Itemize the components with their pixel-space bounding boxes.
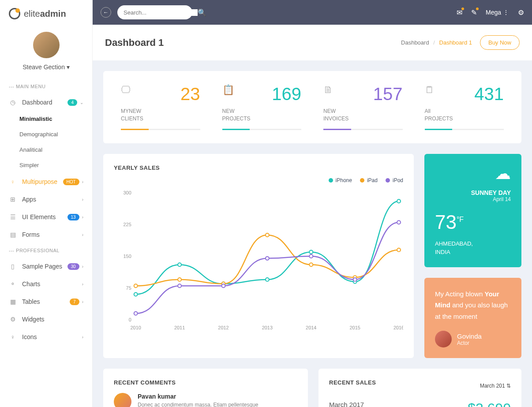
avatar: [114, 393, 131, 407]
chevron-right-icon: ›: [82, 179, 83, 184]
edit-icon[interactable]: ✎: [471, 8, 477, 17]
svg-point-31: [353, 278, 357, 281]
chevron-right-icon: ›: [82, 197, 83, 202]
user-profile[interactable]: Steave Gection ▾: [0, 27, 92, 79]
progress-bar: [323, 129, 403, 130]
chevron-right-icon: ›: [82, 232, 83, 237]
stat-clients: 🖵23 MYNEWCLIENTS: [112, 84, 209, 130]
chevron-right-icon: ›: [82, 299, 83, 304]
search-icon[interactable]: 🔍: [198, 8, 206, 17]
svg-point-32: [397, 220, 401, 224]
gauge-icon: ◷: [9, 99, 17, 106]
svg-text:150: 150: [124, 254, 131, 259]
file-icon: ▯: [9, 263, 17, 270]
chevron-right-icon: ›: [82, 335, 83, 340]
table-icon: ▦: [9, 298, 17, 305]
avatar: [435, 331, 452, 347]
weather-card: ☁ SUNNEY DAY April 14 73°F AHMEDABAD,IND…: [424, 154, 521, 267]
svg-point-29: [266, 256, 269, 260]
svg-point-18: [397, 199, 401, 203]
chart-title: YEARLY SALES: [114, 164, 403, 171]
crumb-root[interactable]: Dashboard: [401, 39, 429, 46]
svg-text:2016: 2016: [393, 325, 403, 330]
svg-point-15: [266, 278, 269, 281]
nav-forms[interactable]: ▤ Forms ›: [0, 226, 92, 243]
svg-text:2015: 2015: [350, 325, 360, 330]
nav-dashboard[interactable]: ◷ Dashboard 4 ⌄: [0, 93, 92, 111]
mail-icon[interactable]: ✉: [457, 8, 462, 17]
sidebar: eliteadmin Steave Gection ▾ MAIN MENU ◷ …: [0, 0, 93, 407]
clipboard-icon: 📋: [222, 84, 234, 96]
svg-text:2014: 2014: [306, 325, 316, 330]
username: Steave Gection ▾: [0, 63, 92, 71]
svg-point-12: [134, 292, 138, 296]
clipboard-icon: 🗒: [425, 84, 435, 96]
chevron-right-icon: ›: [82, 264, 83, 269]
svg-point-27: [178, 284, 181, 288]
topbar: ← 🔍 ✉ ✎ Mega ⋮ ⚙: [93, 0, 532, 25]
badge: 7: [70, 299, 79, 305]
settings-icon[interactable]: ⚙: [518, 8, 524, 17]
sliders-icon: ☰: [9, 213, 17, 220]
bulb-icon: ♀: [9, 178, 17, 185]
sub-simpler[interactable]: Simpler: [0, 157, 92, 173]
notification-dot: [476, 7, 479, 10]
chevron-right-icon: ›: [82, 282, 83, 287]
svg-point-28: [222, 284, 225, 288]
svg-point-23: [309, 263, 313, 266]
nav-tables[interactable]: ▦ Tables 7 ›: [0, 293, 92, 310]
progress-bar: [121, 129, 200, 130]
chevron-down-icon: ⌄: [80, 100, 83, 105]
legend-ipod[interactable]: iPod: [386, 177, 403, 183]
bulb-icon: ♀: [9, 333, 17, 340]
svg-point-30: [309, 254, 313, 258]
sub-demographical[interactable]: Demographical: [0, 127, 92, 142]
sub-analitical[interactable]: Analitical: [0, 142, 92, 157]
yearly-sales-card: YEARLY SALES iPhone iPad iPod 0751502253…: [103, 154, 414, 358]
badge: HOT: [63, 179, 79, 185]
nav-widgets[interactable]: ⚙ Widgets: [0, 310, 92, 328]
logo-text: eliteadmin: [24, 9, 66, 19]
stats-row: 🖵23 MYNEWCLIENTS 📋169 NEWPROJECTS 🗎157 N…: [103, 71, 521, 143]
svg-text:2010: 2010: [131, 325, 141, 330]
svg-text:300: 300: [124, 190, 131, 195]
chevron-right-icon: ›: [82, 215, 83, 220]
progress-bar: [222, 129, 302, 130]
section-main-menu: MAIN MENU: [0, 79, 92, 93]
legend-iphone[interactable]: iPhone: [329, 177, 352, 183]
nav-charts[interactable]: ⚬ Charts ›: [0, 275, 92, 293]
back-button[interactable]: ←: [101, 7, 111, 18]
svg-text:2013: 2013: [262, 325, 273, 330]
stat-new-projects: 📋169 NEWPROJECTS: [214, 84, 311, 130]
svg-point-19: [134, 284, 138, 288]
nav-sample-pages[interactable]: ▯ Sample Pages 30 ›: [0, 258, 92, 275]
nav-apps[interactable]: ⊞ Apps ›: [0, 190, 92, 208]
nav-ui-elements[interactable]: ☰ UI Elements 13 ›: [0, 208, 92, 226]
page-title: Dashboard 1: [105, 37, 164, 49]
svg-point-22: [266, 233, 269, 237]
recent-comments-card: RECENT COMMENTS Pavan kumar Donec ac con…: [103, 369, 308, 407]
badge: 30: [67, 263, 79, 270]
legend-ipad[interactable]: iPad: [360, 177, 378, 183]
search-input[interactable]: [124, 9, 198, 16]
search-box[interactable]: 🔍: [117, 5, 192, 19]
svg-point-20: [178, 278, 181, 281]
logo[interactable]: eliteadmin: [0, 0, 92, 27]
line-chart: 0751502253002010201120122013201420152016: [114, 188, 403, 333]
buy-now-button[interactable]: Buy Now: [480, 35, 520, 50]
avatar: [33, 32, 60, 58]
badge: 4: [67, 99, 77, 106]
svg-text:225: 225: [124, 222, 131, 227]
nav-icons[interactable]: ♀ Icons ›: [0, 328, 92, 346]
sub-minimalistic[interactable]: Minimalistic: [0, 111, 92, 127]
document-icon: 🗎: [323, 84, 333, 96]
month-selector[interactable]: March 201 ⇅: [480, 383, 511, 389]
page-header: Dashboard 1 Dashboard / Dashboard 1 Buy …: [93, 25, 532, 60]
svg-point-16: [309, 250, 313, 254]
stat-invoices: 🗎157 NEWINVOICES: [315, 84, 412, 130]
nav-multipurpose[interactable]: ♀ Multipurpose HOT ›: [0, 173, 92, 190]
quote-card: My Acting blown Your Mind and you also l…: [424, 278, 521, 358]
logo-icon: [9, 8, 20, 19]
mega-menu[interactable]: Mega ⋮: [486, 9, 509, 16]
stat-all-projects: 🗒431 AllPROJECTS: [416, 84, 513, 130]
